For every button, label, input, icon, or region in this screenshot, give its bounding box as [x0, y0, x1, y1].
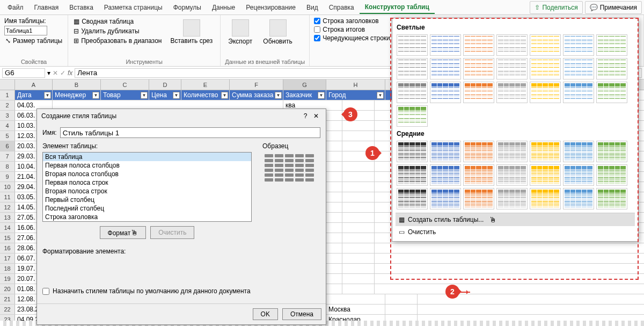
row-header[interactable]: 16: [0, 243, 15, 253]
style-thumb[interactable]: [530, 164, 561, 186]
banded-rows-chk[interactable]: [314, 35, 320, 41]
filter-icon[interactable]: ▼: [141, 92, 148, 99]
style-thumb[interactable]: [430, 82, 461, 103]
filter-icon[interactable]: ▼: [318, 92, 325, 99]
header-customer[interactable]: Заказчик▼: [283, 90, 326, 100]
style-thumb[interactable]: [463, 141, 494, 162]
col-header-F[interactable]: F: [230, 79, 283, 90]
row-header[interactable]: 10: [0, 182, 15, 192]
style-thumb[interactable]: [397, 58, 428, 79]
row-header[interactable]: 2: [0, 100, 15, 110]
style-thumb[interactable]: [530, 141, 561, 162]
dialog-titlebar[interactable]: Создание стиля таблицы ? ✕: [37, 109, 326, 123]
clear-button[interactable]: Очистить: [150, 226, 194, 239]
style-thumb[interactable]: [430, 141, 461, 162]
list-item[interactable]: Первый столбец: [43, 195, 251, 204]
style-thumb[interactable]: [463, 82, 494, 103]
table-name-input[interactable]: [4, 26, 47, 35]
style-thumb[interactable]: [496, 34, 528, 56]
list-item[interactable]: Первая полоса столбцов: [43, 161, 251, 170]
style-thumb[interactable]: [397, 105, 428, 127]
col-header-A[interactable]: A: [15, 79, 53, 90]
row-header[interactable]: 18: [0, 264, 15, 273]
style-thumb[interactable]: [463, 164, 494, 186]
list-item[interactable]: Вся таблица: [43, 153, 251, 161]
filter-icon[interactable]: ▼: [221, 92, 228, 99]
style-thumb[interactable]: [463, 188, 494, 209]
enter-icon[interactable]: ✓: [60, 69, 65, 77]
style-thumb[interactable]: [496, 164, 528, 186]
header-manager[interactable]: Менеджер▼: [53, 90, 101, 100]
style-thumb[interactable]: [397, 141, 428, 162]
row-header[interactable]: 19: [0, 274, 15, 284]
style-thumb[interactable]: [496, 82, 528, 103]
col-header-E[interactable]: E: [181, 79, 230, 90]
create-table-style-item[interactable]: ▦ Создать стиль таблицы... 🖱: [396, 213, 635, 226]
style-thumb[interactable]: [496, 141, 528, 162]
style-thumb[interactable]: [397, 34, 428, 56]
cell[interactable]: [326, 294, 385, 304]
style-thumb[interactable]: [596, 82, 627, 103]
row-header[interactable]: 20: [0, 284, 15, 294]
style-thumb[interactable]: [397, 188, 428, 209]
col-header-G[interactable]: G: [283, 79, 326, 90]
name-box[interactable]: [2, 68, 45, 78]
row-header[interactable]: 3: [0, 111, 15, 120]
style-thumb[interactable]: [430, 58, 461, 79]
filter-icon[interactable]: ▼: [92, 92, 99, 99]
style-thumb[interactable]: [530, 34, 561, 56]
row-header[interactable]: 15: [0, 233, 15, 243]
menu-file[interactable]: Файл: [2, 2, 29, 13]
row-header[interactable]: 7: [0, 151, 15, 161]
style-thumb[interactable]: [563, 141, 594, 162]
cancel-button[interactable]: Отмена: [282, 308, 321, 320]
menu-table-design[interactable]: Конструктор таблиц: [360, 1, 435, 14]
fx-icon[interactable]: fx: [68, 69, 72, 77]
export-button[interactable]: Экспорт: [225, 17, 255, 57]
list-item[interactable]: Первая полоса строк: [43, 178, 251, 187]
header-price[interactable]: Цена▼: [149, 90, 181, 100]
row-header[interactable]: 5: [0, 131, 15, 141]
style-thumb[interactable]: [596, 188, 627, 209]
select-all-corner[interactable]: [0, 79, 15, 90]
clear-style-item[interactable]: ▭ Очистить: [396, 226, 635, 238]
comments-button[interactable]: 💬 Примечания: [585, 1, 642, 14]
share-button[interactable]: ⇧ Поделиться: [530, 1, 582, 14]
cell[interactable]: Москва: [326, 305, 385, 314]
style-thumb[interactable]: [563, 34, 594, 56]
menu-data[interactable]: Данные: [207, 2, 240, 13]
style-thumb[interactable]: [397, 82, 428, 103]
convert-button[interactable]: ⊞Преобразовать в диапазон: [72, 37, 163, 45]
total-row-chk[interactable]: [314, 26, 320, 33]
row-header[interactable]: 8: [0, 162, 15, 171]
style-thumb[interactable]: [530, 58, 561, 79]
element-listbox[interactable]: Вся таблицаПервая полоса столбцовВторая …: [42, 152, 252, 222]
col-header-B[interactable]: B: [53, 79, 101, 90]
slicer-button[interactable]: Вставить срез: [167, 17, 216, 57]
style-thumb[interactable]: [563, 188, 594, 209]
col-header-D[interactable]: D: [149, 79, 181, 90]
format-button[interactable]: Формат🖱: [100, 226, 147, 239]
pivot-button[interactable]: ▦Сводная таблица: [72, 17, 163, 26]
row-header-1[interactable]: 1: [0, 90, 15, 100]
row-header[interactable]: 12: [0, 202, 15, 212]
style-thumb[interactable]: [596, 164, 627, 186]
row-header[interactable]: 13: [0, 213, 15, 222]
dialog-close-button[interactable]: ✕: [311, 112, 321, 120]
row-header[interactable]: 6: [0, 141, 15, 151]
ok-button[interactable]: OK: [253, 308, 278, 320]
dialog-help-button[interactable]: ?: [300, 112, 311, 120]
menu-home[interactable]: Главная: [29, 2, 64, 13]
list-item[interactable]: Вторая полоса строк: [43, 187, 251, 195]
style-thumb[interactable]: [596, 34, 627, 56]
header-row-chk[interactable]: [314, 18, 320, 24]
style-name-input[interactable]: [60, 127, 320, 138]
style-thumb[interactable]: [530, 188, 561, 209]
filter-icon[interactable]: ▼: [173, 92, 180, 99]
style-thumb[interactable]: [496, 188, 528, 209]
style-thumb[interactable]: [563, 82, 594, 103]
list-item[interactable]: Строка заголовка: [43, 213, 251, 221]
list-item[interactable]: Строка итогов: [43, 221, 251, 222]
style-thumb[interactable]: [397, 164, 428, 186]
default-style-checkbox[interactable]: [42, 288, 49, 295]
